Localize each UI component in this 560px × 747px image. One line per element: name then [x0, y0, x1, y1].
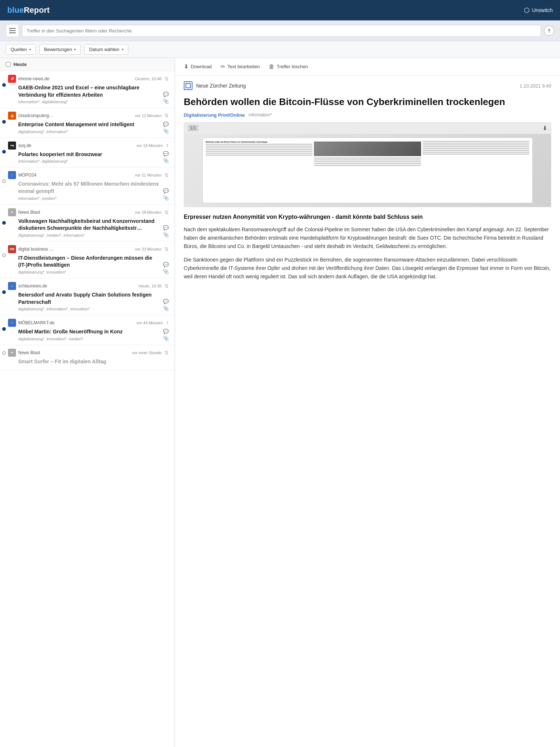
source-name: schlaunews.de [18, 283, 47, 289]
clip-icon[interactable]: 📎 [163, 269, 169, 274]
ratings-filter[interactable]: Bewertungen ▾ [39, 44, 81, 55]
news-source: ↺ ehome-news.de [8, 75, 49, 83]
news-title[interactable]: Coronavirus: Mehr als 57 Millionen Mensc… [8, 181, 169, 195]
clip-icon[interactable]: 📎 [163, 336, 169, 341]
clip-text-line [423, 154, 529, 155]
source-name: News Blast [18, 350, 40, 355]
edit-text-button[interactable]: ✏ Text bearbeiten [221, 63, 260, 70]
unswitch-label: Unswitch [532, 7, 553, 13]
news-meta: vor 21 Minuten ⇅ [135, 172, 169, 178]
download-icon: ⬇ [184, 63, 188, 70]
source-name: ehome-news.de [18, 76, 49, 81]
svg-rect-0 [186, 84, 190, 88]
sort-icon[interactable]: ⇅ [164, 283, 169, 289]
news-actions: 💬 📎 [163, 262, 169, 274]
news-title[interactable]: Volkswagen Nachhaltigkeitsbeirat und Kon… [8, 218, 169, 232]
article-subtitle: Erpresser nutzen Anonymität von Krypto-w… [175, 213, 560, 225]
sort-icon[interactable]: ⇅ [164, 350, 169, 356]
sort-icon[interactable]: ⇅ [164, 113, 169, 119]
news-tags: digitalisierung*, medien*, information* [8, 233, 169, 237]
news-tags: information*, medien* [8, 196, 169, 201]
date-filter[interactable]: Datum wählen ▾ [84, 44, 128, 55]
clip-icon[interactable]: 📎 [163, 232, 169, 237]
delete-label: Treffer löschen [277, 64, 308, 69]
newspaper-clip: 1/1 ⬇ Behörden wollen die Bitcoin-Flüsse… [184, 122, 551, 207]
app-header: blueReport ⬡ Unswitch [0, 0, 560, 20]
comment-icon[interactable]: 💬 [163, 121, 169, 127]
clip-icon[interactable]: 📎 [163, 306, 169, 311]
search-input[interactable] [22, 25, 541, 37]
comment-icon[interactable]: 💬 [163, 188, 169, 194]
news-source: □ schlaunews.de [8, 282, 47, 290]
clip-text-line [206, 149, 312, 150]
news-actions: 💬 📎 [163, 121, 169, 134]
square-icon [186, 83, 191, 88]
ratings-label: Bewertungen [44, 47, 72, 52]
sort-arrow-up-icon[interactable]: ↑ [166, 320, 169, 326]
news-title[interactable]: Enterprise Content Management wird intel… [8, 121, 169, 128]
news-item-header: ✦ News Blast vor einer Stunde ⇅ [8, 349, 169, 357]
news-title[interactable]: Möbel Martin: Große Neueröffnung in Konz [8, 328, 169, 336]
list-item[interactable]: □ MÖBELMARKT.de vor 44 Minuten ↑ Möbel M… [0, 315, 175, 345]
clip-text-line [314, 161, 421, 162]
delete-button[interactable]: 🗑 Treffer löschen [269, 63, 308, 70]
search-bar: ? [0, 20, 560, 41]
clip-image-box [314, 142, 421, 156]
sources-arrow-icon: ▾ [29, 47, 31, 51]
clip-col-headline: Behörden wollen die Bitcoin-Flüsse von C… [206, 141, 312, 143]
list-item[interactable]: □ schlaunews.de Heute, 10:38 ⇅ Beiersdor… [0, 278, 175, 315]
sort-icon[interactable]: ⇅ [164, 76, 169, 82]
hamburger-line [9, 30, 16, 31]
news-title[interactable]: IT-Dienstleistungen – Diese Anforderunge… [8, 255, 169, 269]
comment-icon[interactable]: 💬 [163, 151, 169, 156]
comment-icon[interactable]: 💬 [163, 92, 169, 97]
news-time: vor einer Stunde [132, 351, 162, 355]
list-item[interactable]: □ MOPO24 vor 21 Minuten ⇅ Coronavirus: M… [0, 167, 175, 204]
help-button[interactable]: ? [544, 26, 554, 36]
list-item[interactable]: DB digital business … vor 33 Minuten ⇅ I… [0, 241, 175, 278]
clip-icon[interactable]: 📎 [163, 195, 169, 201]
read-indicator [2, 290, 6, 294]
comment-icon[interactable]: 💬 [163, 225, 169, 231]
clip-icon[interactable]: 📎 [163, 128, 169, 134]
news-source: ✦ News Blast [8, 208, 40, 216]
section-header-today: Heute [0, 58, 175, 71]
source-name: MÖBELMARKT.de [18, 320, 54, 325]
unswitch-button[interactable]: ⬡ Unswitch [524, 6, 553, 14]
sort-arrow-up-icon[interactable]: ↑ [166, 142, 169, 149]
source-name: News Blast [18, 210, 40, 215]
sources-filter[interactable]: Quellen ▾ [6, 44, 36, 55]
news-actions: 💬 📎 [163, 225, 169, 237]
news-title[interactable]: Smart Surfer – Fit im digitalen Alltag [8, 358, 169, 365]
sort-icon[interactable]: ⇅ [164, 172, 169, 178]
article-paragraph-2: Die Sanktionen gegen die Plattform sind … [184, 256, 551, 281]
select-all-checkbox[interactable] [6, 62, 11, 67]
comment-icon[interactable]: 💬 [163, 299, 169, 304]
list-item[interactable]: ↺ ehome-news.de Gestern, 10:48 ⇅ GAEB-On… [0, 71, 175, 108]
read-indicator [2, 150, 6, 154]
download-label: Download [191, 64, 212, 69]
menu-button[interactable] [6, 24, 19, 37]
clip-icon[interactable]: 📎 [163, 98, 169, 104]
edit-icon: ✏ [221, 63, 225, 70]
news-title[interactable]: GAEB-Online 2021 und Excel – eine unschl… [8, 84, 169, 98]
download-button[interactable]: ⬇ Download [184, 63, 212, 70]
list-item[interactable]: soq soq.de vor 18 Minuten ↑ Polartec koo… [0, 138, 175, 168]
list-item[interactable]: ✦ News Blast vor einer Stunde ⇅ Smart Su… [0, 345, 175, 371]
clip-header: 1/1 ⬇ [184, 123, 551, 134]
sort-icon[interactable]: ⇅ [164, 246, 169, 252]
news-tags: digitalisierung*, innovation*, medien* [8, 337, 169, 341]
filter-bar: Quellen ▾ Bewertungen ▾ Datum wählen ▾ [0, 41, 560, 58]
edit-label: Text bearbeiten [228, 64, 260, 69]
news-title[interactable]: Beiersdorf und Arvato Supply Chain Solut… [8, 291, 169, 306]
clip-icon[interactable]: 📎 [163, 158, 169, 163]
clip-image: Behörden wollen die Bitcoin-Flüsse von C… [184, 134, 551, 207]
list-item[interactable]: ◎ cloudcomputing… vor 12 Minuten ⇅ Enter… [0, 108, 175, 138]
list-item[interactable]: ✦ News Blast vor 28 Minuten ⇅ Volkswagen… [0, 205, 175, 241]
news-title[interactable]: Polartec kooperiert mit Browzwear [8, 151, 169, 158]
sort-icon[interactable]: ⇅ [164, 209, 169, 215]
clip-download-icon[interactable]: ⬇ [542, 125, 547, 132]
comment-icon[interactable]: 💬 [163, 262, 169, 267]
news-item-header: ◎ cloudcomputing… vor 12 Minuten ⇅ [8, 112, 169, 120]
comment-icon[interactable]: 💬 [163, 329, 169, 334]
